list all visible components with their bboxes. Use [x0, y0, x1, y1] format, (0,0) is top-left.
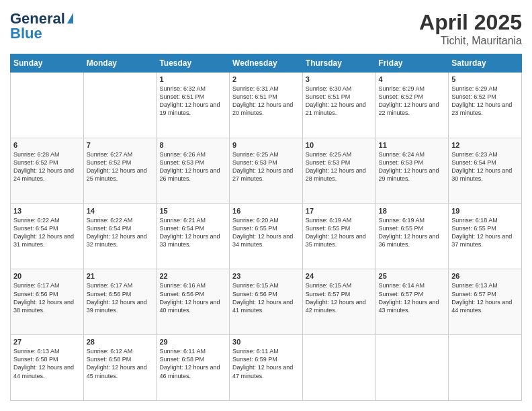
day-number: 1	[159, 75, 226, 83]
calendar-cell: 30Sunrise: 6:11 AM Sunset: 6:59 PM Dayli…	[230, 335, 303, 401]
day-info: Sunrise: 6:23 AM Sunset: 6:54 PM Dayligh…	[451, 150, 519, 183]
calendar-cell: 20Sunrise: 6:17 AM Sunset: 6:56 PM Dayli…	[11, 269, 84, 335]
calendar-week-row: 13Sunrise: 6:22 AM Sunset: 6:54 PM Dayli…	[11, 203, 522, 269]
day-info: Sunrise: 6:17 AM Sunset: 6:56 PM Dayligh…	[87, 281, 154, 314]
calendar-header-row: Sunday Monday Tuesday Wednesday Thursday…	[11, 54, 522, 73]
day-number: 13	[13, 207, 81, 215]
day-number: 7	[87, 141, 154, 149]
calendar-cell: 4Sunrise: 6:29 AM Sunset: 6:52 PM Daylig…	[375, 73, 449, 138]
day-number: 17	[306, 207, 373, 215]
day-info: Sunrise: 6:11 AM Sunset: 6:58 PM Dayligh…	[159, 347, 226, 380]
calendar-cell: 11Sunrise: 6:24 AM Sunset: 6:53 PM Dayli…	[375, 138, 449, 203]
calendar-cell: 8Sunrise: 6:26 AM Sunset: 6:53 PM Daylig…	[157, 138, 230, 203]
calendar-cell: 24Sunrise: 6:15 AM Sunset: 6:57 PM Dayli…	[302, 269, 375, 335]
day-info: Sunrise: 6:19 AM Sunset: 6:55 PM Dayligh…	[379, 216, 446, 249]
col-thursday: Thursday	[302, 54, 375, 73]
day-info: Sunrise: 6:31 AM Sunset: 6:51 PM Dayligh…	[232, 85, 300, 118]
day-info: Sunrise: 6:15 AM Sunset: 6:56 PM Dayligh…	[232, 281, 300, 314]
calendar-cell: 14Sunrise: 6:22 AM Sunset: 6:54 PM Dayli…	[83, 203, 157, 269]
calendar-cell: 13Sunrise: 6:22 AM Sunset: 6:54 PM Dayli…	[11, 203, 84, 269]
calendar-cell: 19Sunrise: 6:18 AM Sunset: 6:55 PM Dayli…	[449, 203, 522, 269]
day-info: Sunrise: 6:18 AM Sunset: 6:55 PM Dayligh…	[451, 216, 519, 249]
calendar-cell: 21Sunrise: 6:17 AM Sunset: 6:56 PM Dayli…	[83, 269, 157, 335]
calendar-cell: 9Sunrise: 6:25 AM Sunset: 6:53 PM Daylig…	[230, 138, 303, 203]
day-number: 4	[379, 75, 446, 83]
day-number: 23	[232, 272, 300, 280]
page-header: General Blue April 2025 Tichit, Mauritan…	[10, 10, 522, 47]
day-info: Sunrise: 6:14 AM Sunset: 6:57 PM Dayligh…	[379, 281, 446, 314]
col-monday: Monday	[83, 54, 157, 73]
day-number: 30	[232, 338, 300, 346]
day-info: Sunrise: 6:20 AM Sunset: 6:55 PM Dayligh…	[232, 216, 300, 249]
col-tuesday: Tuesday	[157, 54, 230, 73]
day-info: Sunrise: 6:13 AM Sunset: 6:58 PM Dayligh…	[13, 347, 81, 380]
day-info: Sunrise: 6:11 AM Sunset: 6:59 PM Dayligh…	[232, 347, 300, 380]
calendar-cell: 15Sunrise: 6:21 AM Sunset: 6:54 PM Dayli…	[157, 203, 230, 269]
calendar-cell: 28Sunrise: 6:12 AM Sunset: 6:58 PM Dayli…	[83, 335, 157, 401]
page-subtitle: Tichit, Mauritania	[419, 35, 522, 47]
day-info: Sunrise: 6:25 AM Sunset: 6:53 PM Dayligh…	[306, 150, 373, 183]
col-saturday: Saturday	[449, 54, 522, 73]
day-info: Sunrise: 6:32 AM Sunset: 6:51 PM Dayligh…	[159, 85, 226, 118]
calendar-cell: 1Sunrise: 6:32 AM Sunset: 6:51 PM Daylig…	[157, 73, 230, 138]
calendar-cell: 6Sunrise: 6:28 AM Sunset: 6:52 PM Daylig…	[11, 138, 84, 203]
day-number: 29	[159, 338, 226, 346]
day-info: Sunrise: 6:17 AM Sunset: 6:56 PM Dayligh…	[13, 281, 81, 314]
calendar-cell: 17Sunrise: 6:19 AM Sunset: 6:55 PM Dayli…	[302, 203, 375, 269]
day-info: Sunrise: 6:16 AM Sunset: 6:56 PM Dayligh…	[159, 281, 226, 314]
calendar-cell: 2Sunrise: 6:31 AM Sunset: 6:51 PM Daylig…	[230, 73, 303, 138]
page-title: April 2025	[419, 10, 522, 35]
day-number: 26	[451, 272, 519, 280]
calendar-cell: 16Sunrise: 6:20 AM Sunset: 6:55 PM Dayli…	[230, 203, 303, 269]
day-info: Sunrise: 6:25 AM Sunset: 6:53 PM Dayligh…	[232, 150, 300, 183]
calendar-cell: 5Sunrise: 6:29 AM Sunset: 6:52 PM Daylig…	[449, 73, 522, 138]
day-info: Sunrise: 6:24 AM Sunset: 6:53 PM Dayligh…	[379, 150, 446, 183]
title-block: April 2025 Tichit, Mauritania	[419, 10, 522, 47]
col-sunday: Sunday	[11, 54, 84, 73]
day-number: 19	[451, 207, 519, 215]
calendar-cell: 27Sunrise: 6:13 AM Sunset: 6:58 PM Dayli…	[11, 335, 84, 401]
day-number: 8	[159, 141, 226, 149]
day-info: Sunrise: 6:28 AM Sunset: 6:52 PM Dayligh…	[13, 150, 81, 183]
day-number: 28	[87, 338, 154, 346]
calendar-week-row: 6Sunrise: 6:28 AM Sunset: 6:52 PM Daylig…	[11, 138, 522, 203]
calendar-week-row: 1Sunrise: 6:32 AM Sunset: 6:51 PM Daylig…	[11, 73, 522, 138]
day-info: Sunrise: 6:12 AM Sunset: 6:58 PM Dayligh…	[87, 347, 154, 380]
day-number: 20	[13, 272, 81, 280]
day-number: 14	[87, 207, 154, 215]
day-info: Sunrise: 6:21 AM Sunset: 6:54 PM Dayligh…	[159, 216, 226, 249]
day-number: 10	[306, 141, 373, 149]
day-number: 24	[306, 272, 373, 280]
logo: General Blue	[10, 10, 73, 42]
calendar-cell: 25Sunrise: 6:14 AM Sunset: 6:57 PM Dayli…	[375, 269, 449, 335]
day-number: 9	[232, 141, 300, 149]
day-number: 16	[232, 207, 300, 215]
day-number: 27	[13, 338, 81, 346]
day-number: 18	[379, 207, 446, 215]
day-number: 3	[306, 75, 373, 83]
calendar-cell: 23Sunrise: 6:15 AM Sunset: 6:56 PM Dayli…	[230, 269, 303, 335]
day-info: Sunrise: 6:30 AM Sunset: 6:51 PM Dayligh…	[306, 85, 373, 118]
day-info: Sunrise: 6:29 AM Sunset: 6:52 PM Dayligh…	[451, 85, 519, 118]
day-info: Sunrise: 6:13 AM Sunset: 6:57 PM Dayligh…	[451, 281, 519, 314]
day-info: Sunrise: 6:22 AM Sunset: 6:54 PM Dayligh…	[87, 216, 154, 249]
day-number: 22	[159, 272, 226, 280]
day-number: 6	[13, 141, 81, 149]
calendar-cell: 7Sunrise: 6:27 AM Sunset: 6:52 PM Daylig…	[83, 138, 157, 203]
calendar-cell: 3Sunrise: 6:30 AM Sunset: 6:51 PM Daylig…	[302, 73, 375, 138]
day-number: 25	[379, 272, 446, 280]
day-info: Sunrise: 6:22 AM Sunset: 6:54 PM Dayligh…	[13, 216, 81, 249]
day-number: 2	[232, 75, 300, 83]
calendar-cell: 18Sunrise: 6:19 AM Sunset: 6:55 PM Dayli…	[375, 203, 449, 269]
calendar-week-row: 20Sunrise: 6:17 AM Sunset: 6:56 PM Dayli…	[11, 269, 522, 335]
calendar-cell	[83, 73, 157, 138]
calendar-cell: 10Sunrise: 6:25 AM Sunset: 6:53 PM Dayli…	[302, 138, 375, 203]
calendar-cell	[302, 335, 375, 401]
day-number: 11	[379, 141, 446, 149]
day-info: Sunrise: 6:15 AM Sunset: 6:57 PM Dayligh…	[306, 281, 373, 314]
calendar-week-row: 27Sunrise: 6:13 AM Sunset: 6:58 PM Dayli…	[11, 335, 522, 401]
calendar-cell	[449, 335, 522, 401]
calendar-table: Sunday Monday Tuesday Wednesday Thursday…	[10, 54, 522, 401]
calendar-cell	[11, 73, 84, 138]
col-friday: Friday	[375, 54, 449, 73]
